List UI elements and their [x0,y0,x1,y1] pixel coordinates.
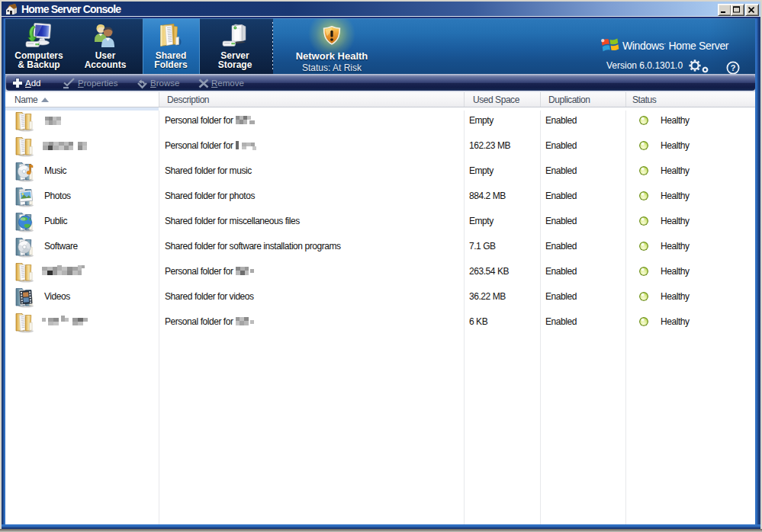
svg-text:?: ? [731,63,736,72]
